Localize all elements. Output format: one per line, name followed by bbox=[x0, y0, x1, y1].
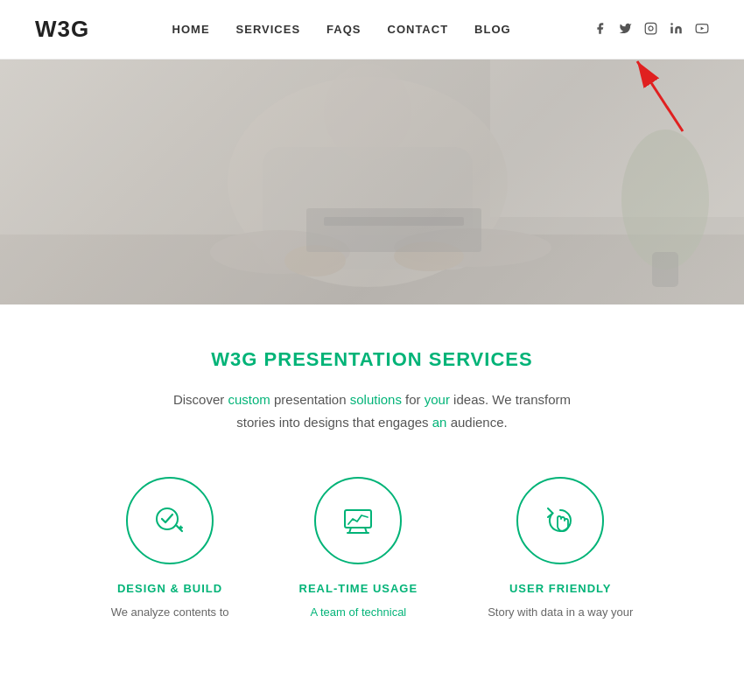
svg-rect-2 bbox=[670, 26, 673, 33]
user-friendly-icon-circle bbox=[516, 477, 604, 564]
user-friendly-title: USER FRIENDLY bbox=[509, 582, 612, 595]
design-build-desc: We analyze contents to bbox=[111, 604, 229, 621]
instagram-icon[interactable] bbox=[644, 22, 657, 38]
subtitle-highlight-1: custom bbox=[228, 392, 270, 407]
svg-rect-21 bbox=[0, 60, 744, 304]
feature-real-time: REAL-TIME USAGE A team of technical bbox=[299, 477, 418, 621]
nav-contact[interactable]: CONTACT bbox=[388, 23, 449, 36]
site-logo[interactable]: W3G bbox=[35, 16, 89, 43]
design-build-title: DESIGN & BUILD bbox=[117, 582, 222, 595]
real-time-desc: A team of technical bbox=[310, 604, 406, 621]
features-section: DESIGN & BUILD We analyze contents to RE… bbox=[35, 477, 709, 621]
hero-background bbox=[0, 60, 744, 304]
linkedin-icon[interactable] bbox=[670, 22, 683, 38]
main-nav: HOME SERVICES FAQS CONTACT BLOG bbox=[172, 23, 511, 36]
nav-home[interactable]: HOME bbox=[172, 23, 210, 36]
real-time-title: REAL-TIME USAGE bbox=[299, 582, 418, 595]
twitter-icon[interactable] bbox=[619, 22, 632, 38]
nav-faqs[interactable]: FAQS bbox=[326, 23, 361, 36]
svg-rect-26 bbox=[345, 510, 371, 528]
svg-point-22 bbox=[157, 508, 178, 529]
subtitle-highlight-3: your bbox=[425, 392, 450, 407]
main-content: W3G PRESENTATION SERVICES Discover custo… bbox=[0, 304, 744, 656]
social-icons-group bbox=[593, 22, 709, 38]
real-time-icon-circle bbox=[314, 477, 402, 564]
hero-section bbox=[0, 60, 744, 304]
svg-rect-0 bbox=[645, 23, 656, 34]
facebook-icon[interactable] bbox=[593, 22, 607, 38]
site-header: W3G HOME SERVICES FAQS CONTACT BLOG bbox=[0, 0, 744, 60]
nav-blog[interactable]: BLOG bbox=[474, 23, 511, 36]
section-title: W3G PRESENTATION SERVICES bbox=[35, 348, 709, 371]
subtitle-highlight-4: an bbox=[432, 415, 447, 430]
svg-point-3 bbox=[670, 23, 673, 25]
section-subtitle: Discover custom presentation solutions f… bbox=[153, 388, 591, 433]
youtube-icon[interactable] bbox=[695, 22, 709, 38]
svg-marker-4 bbox=[701, 26, 705, 30]
design-build-icon-circle bbox=[126, 477, 214, 564]
user-friendly-desc: Story with data in a way your bbox=[488, 604, 633, 621]
subtitle-highlight-2: solutions bbox=[350, 392, 402, 407]
feature-design-build: DESIGN & BUILD We analyze contents to bbox=[111, 477, 229, 621]
feature-user-friendly: USER FRIENDLY Story with data in a way y… bbox=[488, 477, 633, 621]
nav-services[interactable]: SERVICES bbox=[236, 23, 301, 36]
